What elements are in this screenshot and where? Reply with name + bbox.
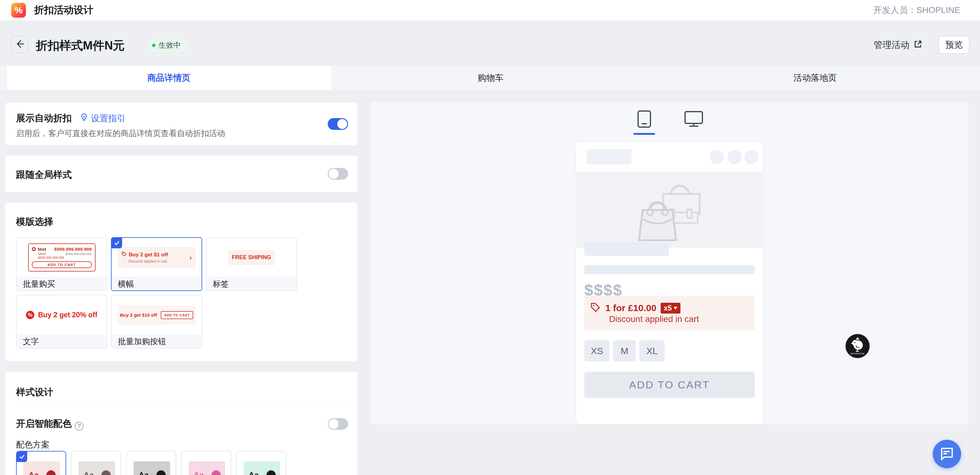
manage-activity-link[interactable]: 管理活动 xyxy=(873,39,923,51)
desktop-preview-button[interactable] xyxy=(683,110,705,135)
template-label: 文字 xyxy=(17,335,107,348)
title-placeholder-bar xyxy=(584,242,669,256)
discount-banner: 1 for £10.00 x5 Discount applied in cart xyxy=(584,296,755,330)
smart-color-toggle[interactable] xyxy=(328,418,348,430)
percent-icon: % xyxy=(26,311,34,319)
global-style-card: 跟随全局样式 xyxy=(5,156,357,192)
template-card-text[interactable]: % Buy 2 get 20% off 文字 xyxy=(16,295,107,349)
divider xyxy=(16,406,346,406)
template-select-card: 模版选择 text $999.999.999.999 SAVE $999.999… xyxy=(5,202,357,361)
desktop-icon xyxy=(684,110,703,129)
label-template-preview: FREE SHIPING xyxy=(228,250,275,265)
preview-button[interactable]: 预览 xyxy=(939,36,969,54)
template-label: 批量加购按钮 xyxy=(111,335,202,348)
mobile-icon xyxy=(637,110,651,129)
help-icon[interactable]: ? xyxy=(75,422,83,430)
chat-bubble-icon xyxy=(940,447,954,461)
sticker-text: SPARROW xyxy=(851,352,865,355)
mockup-browser-bar xyxy=(576,142,763,172)
color-scheme-option[interactable]: Aa xyxy=(181,451,231,475)
size-chip-xs[interactable]: XS xyxy=(584,340,609,362)
auto-discount-title: 展示自动折扣 xyxy=(16,112,72,124)
app-title: 折扣活动设计 xyxy=(34,3,93,17)
smart-color-title: 开启智能配色 xyxy=(16,418,72,429)
size-chip-m[interactable]: M xyxy=(613,340,636,362)
setup-guide-label: 设置指引 xyxy=(91,113,126,124)
scheme-color-dot xyxy=(46,470,56,475)
bulk-button-template-preview: Buy 2 get $10 off ADD TO CART xyxy=(118,306,196,325)
template-card-bulk-button[interactable]: Buy 2 get $10 off ADD TO CART 批量加购按钮 xyxy=(111,295,202,349)
text-template-preview: % Buy 2 get 20% off xyxy=(26,311,97,319)
template-label: 横幅 xyxy=(111,277,202,290)
status-dot-icon xyxy=(152,44,156,47)
developer-label: 开发人员：SHOPLINE xyxy=(873,4,960,16)
page-title: 折扣样式M件N元 xyxy=(36,38,124,54)
mobile-preview-button[interactable] xyxy=(633,110,655,135)
subtitle-placeholder-bar xyxy=(584,265,755,274)
product-image-placeholder xyxy=(576,172,763,248)
discount-title: 1 for £10.00 xyxy=(605,303,656,313)
tag-icon xyxy=(590,302,601,314)
bulk-template-preview: text $999.999.999.999 SAVE $999.999.999.… xyxy=(28,243,95,271)
status-badge: 生效中 xyxy=(147,38,187,52)
global-style-toggle[interactable] xyxy=(328,168,348,180)
template-section-title: 模版选择 xyxy=(16,215,53,228)
style-design-card: 样式设计 开启智能配色? 配色方案 AaAaAaAaAa xyxy=(5,372,357,475)
scheme-color-dot xyxy=(156,470,166,475)
tag-icon xyxy=(121,252,127,258)
nav-circle-placeholder xyxy=(727,150,741,164)
selected-check-icon xyxy=(17,451,27,462)
discount-subtitle: Discount applied in cart xyxy=(609,314,699,324)
chat-support-button[interactable] xyxy=(933,440,961,468)
product-page-mockup: $$$$ 1 for £10.00 x5 Discount applied in… xyxy=(576,142,763,424)
color-scheme-option[interactable]: Aa xyxy=(16,451,66,475)
scheme-text-sample: Aa xyxy=(248,470,259,475)
scheme-color-dot xyxy=(266,470,276,475)
preview-panel: $$$$ 1 for £10.00 x5 Discount applied in… xyxy=(370,102,968,424)
nav-circle-placeholder xyxy=(710,150,724,164)
manage-activity-label: 管理活动 xyxy=(873,39,910,51)
auto-discount-desc: 启用后，客户可直接在对应的商品详情页查看自动折扣活动 xyxy=(16,128,225,139)
color-scheme-option[interactable]: Aa xyxy=(71,451,121,475)
template-card-label[interactable]: FREE SHIPING 标签 xyxy=(206,237,297,291)
tab-cart[interactable]: 购物车 xyxy=(331,66,651,90)
color-scheme-option[interactable]: Aa xyxy=(236,451,286,475)
scheme-text-sample: Aa xyxy=(194,470,204,475)
external-link-icon xyxy=(913,40,923,51)
color-scheme-option[interactable]: Aa xyxy=(126,451,176,475)
preview-button-label: 预览 xyxy=(945,39,963,51)
back-arrow-icon xyxy=(14,39,25,50)
auto-discount-card: 展示自动折扣 设置指引 启用后，客户可直接在对应的商品详情页查看自动折扣活动 xyxy=(5,103,357,145)
discount-app-logo-icon: % xyxy=(11,3,26,18)
banner-template-preview: Buy 2 get $1 off Discount applied in car… xyxy=(118,247,196,268)
scheme-color-dot xyxy=(102,470,111,475)
quantity-badge[interactable]: x5 xyxy=(661,303,681,314)
template-label: 批量购买 xyxy=(17,277,107,290)
tab-product-detail-page[interactable]: 商品详情页 xyxy=(7,66,331,90)
scheme-color-dot xyxy=(212,470,221,475)
scheme-text-sample: Aa xyxy=(29,470,39,475)
page-header: 折扣样式M件N元 生效中 管理活动 预览 xyxy=(0,31,980,59)
add-to-cart-button[interactable]: ADD TO CART xyxy=(584,372,755,398)
nav-circle-placeholder xyxy=(745,150,759,164)
color-scheme-label: 配色方案 xyxy=(16,439,49,450)
color-scheme-row: AaAaAaAaAa xyxy=(16,451,286,475)
scheme-text-sample: Aa xyxy=(83,470,94,475)
preview-tabs: 商品详情页 购物车 活动落地页 xyxy=(0,66,980,90)
sparrow-sticker-logo: SPARROW xyxy=(845,333,870,359)
radio-icon xyxy=(32,247,36,251)
size-chip-xl[interactable]: XL xyxy=(639,340,665,362)
template-card-banner[interactable]: Buy 2 get $1 off Discount applied in car… xyxy=(111,237,202,291)
selected-check-icon xyxy=(111,238,122,248)
caret-down-icon xyxy=(674,307,677,309)
style-section-title: 样式设计 xyxy=(16,386,53,398)
template-card-bulk-purchase[interactable]: text $999.999.999.999 SAVE $999.999.999.… xyxy=(16,237,107,291)
setup-guide-link[interactable]: 设置指引 xyxy=(80,113,126,124)
tab-landing-page[interactable]: 活动落地页 xyxy=(650,66,980,90)
handbags-icon xyxy=(631,176,708,244)
back-button[interactable] xyxy=(11,36,28,53)
template-grid: text $999.999.999.999 SAVE $999.999.999.… xyxy=(16,237,350,349)
global-style-title: 跟随全局样式 xyxy=(16,169,72,181)
logo-placeholder xyxy=(587,149,632,164)
auto-discount-toggle[interactable] xyxy=(328,118,348,130)
